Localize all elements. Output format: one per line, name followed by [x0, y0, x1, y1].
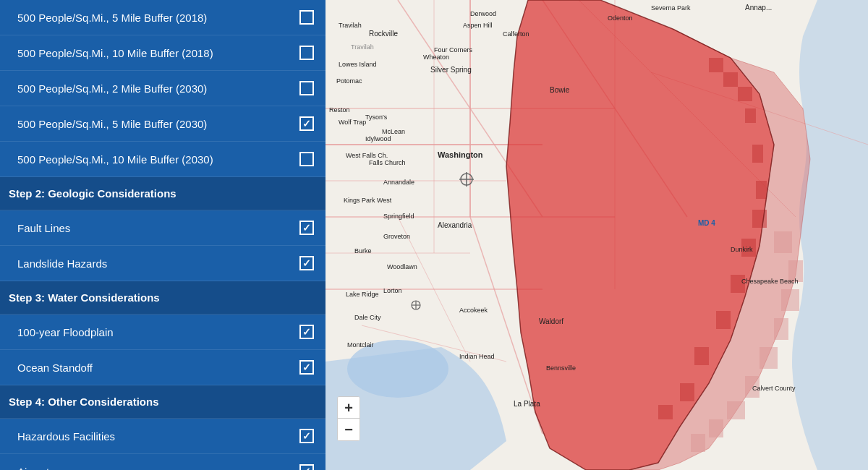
svg-text:Lorton: Lorton: [383, 287, 402, 294]
layer-label: 500 People/Sq.Mi., 5 Mile Buffer (2018): [17, 12, 299, 24]
svg-text:Bowie: Bowie: [550, 86, 570, 94]
layer-item[interactable]: Hazardous Facilities: [0, 419, 326, 454]
svg-text:Wheaton: Wheaton: [423, 54, 449, 61]
svg-text:Washington: Washington: [438, 150, 483, 159]
layer-item[interactable]: Fault Lines: [0, 210, 326, 246]
svg-text:La Plata: La Plata: [514, 400, 540, 408]
svg-rect-22: [752, 145, 763, 163]
svg-text:Woodlawn: Woodlawn: [387, 263, 417, 270]
svg-text:Indian Head: Indian Head: [459, 353, 495, 360]
svg-text:Wolf Trap: Wolf Trap: [339, 119, 366, 126]
svg-text:West Falls Ch.: West Falls Ch.: [346, 152, 388, 159]
svg-text:Calferton: Calferton: [503, 30, 529, 38]
layer-label: Hazardous Facilities: [17, 430, 299, 443]
svg-text:Odenton: Odenton: [608, 14, 633, 22]
layer-checkbox[interactable]: [299, 221, 314, 235]
layer-label: Step 4: Other Considerations: [9, 396, 314, 408]
svg-text:MD 4: MD 4: [698, 219, 715, 227]
zoom-controls: + −: [337, 396, 360, 441]
layer-item[interactable]: Landslide Hazards: [0, 246, 326, 281]
layer-label: Landslide Hazards: [17, 257, 299, 270]
section-header: Step 2: Geologic Considerations: [0, 177, 326, 210]
svg-rect-27: [716, 311, 731, 329]
layer-checkbox[interactable]: [299, 464, 314, 470]
svg-text:Alexandria: Alexandria: [438, 221, 472, 229]
svg-text:Falls Church: Falls Church: [369, 159, 406, 166]
layer-item[interactable]: 100-year Floodplain: [0, 315, 326, 350]
layer-checkbox[interactable]: [299, 46, 314, 60]
svg-rect-21: [745, 108, 756, 123]
layer-label: 500 People/Sq.Mi., 10 Mile Buffer (2030): [17, 153, 299, 166]
zoom-in-button[interactable]: +: [338, 397, 359, 419]
svg-rect-23: [756, 181, 767, 199]
svg-text:Waldorf: Waldorf: [539, 317, 563, 325]
svg-rect-38: [709, 419, 723, 437]
layer-checkbox[interactable]: [299, 429, 314, 443]
layer-checkbox[interactable]: [299, 325, 314, 339]
layer-label: Step 3: Water Considerations: [9, 291, 314, 304]
svg-text:McLean: McLean: [382, 128, 405, 135]
layer-checkbox[interactable]: [299, 152, 314, 166]
zoom-out-button[interactable]: −: [338, 419, 359, 440]
svg-rect-39: [691, 434, 705, 452]
svg-text:Springfield: Springfield: [383, 213, 414, 220]
map-area: Washington Silver Spring Alexandria Rock…: [326, 0, 868, 470]
layer-label: 500 People/Sq.Mi., 10 Mile Buffer (2018): [17, 47, 299, 59]
layer-checkbox[interactable]: [299, 116, 314, 131]
svg-text:Derwood: Derwood: [470, 10, 496, 17]
section-header: Step 3: Water Considerations: [0, 281, 326, 315]
svg-rect-28: [694, 347, 709, 365]
svg-rect-29: [680, 383, 694, 401]
svg-rect-37: [727, 401, 745, 419]
layer-item[interactable]: 500 People/Sq.Mi., 5 Mile Buffer (2018): [0, 0, 326, 35]
layer-item[interactable]: Airports: [0, 454, 326, 470]
svg-rect-20: [738, 87, 752, 101]
svg-text:Dale City: Dale City: [354, 314, 381, 321]
layer-checkbox[interactable]: [299, 81, 314, 95]
svg-text:Bennsville: Bennsville: [546, 364, 576, 372]
svg-rect-18: [709, 58, 723, 72]
layer-label: Step 2: Geologic Considerations: [9, 187, 314, 200]
svg-text:Montclair: Montclair: [347, 341, 374, 349]
layer-checkbox[interactable]: [299, 360, 314, 375]
svg-text:Silver Spring: Silver Spring: [430, 66, 472, 74]
layer-label: 100-year Floodplain: [17, 326, 299, 338]
layer-item[interactable]: 500 People/Sq.Mi., 2 Mile Buffer (2030): [0, 71, 326, 106]
svg-text:Burke: Burke: [354, 247, 372, 255]
layer-item[interactable]: 500 People/Sq.Mi., 10 Mile Buffer (2018): [0, 35, 326, 71]
svg-text:Lowes Island: Lowes Island: [339, 61, 377, 68]
svg-text:Kings Park West: Kings Park West: [344, 197, 392, 204]
svg-text:Travilah: Travilah: [351, 43, 374, 51]
layer-label: 500 People/Sq.Mi., 5 Mile Buffer (2030): [17, 118, 299, 130]
layer-label: 500 People/Sq.Mi., 2 Mile Buffer (2030): [17, 82, 299, 95]
svg-text:Tyson's: Tyson's: [365, 114, 388, 121]
svg-text:Annap...: Annap...: [745, 4, 772, 12]
layer-item[interactable]: 500 People/Sq.Mi., 10 Mile Buffer (2030): [0, 142, 326, 177]
svg-rect-34: [774, 318, 788, 340]
svg-text:Annandale: Annandale: [383, 179, 414, 186]
svg-text:Calvert County: Calvert County: [752, 385, 796, 392]
svg-text:Lake Ridge: Lake Ridge: [346, 291, 379, 298]
layer-checkbox[interactable]: [299, 10, 314, 25]
svg-text:Rockville: Rockville: [369, 30, 398, 38]
svg-text:Reston: Reston: [329, 106, 350, 114]
svg-text:Travilah: Travilah: [339, 22, 362, 29]
svg-rect-35: [760, 347, 778, 369]
svg-rect-19: [723, 72, 738, 87]
sidebar: 500 People/Sq.Mi., 5 Mile Buffer (2018)5…: [0, 0, 326, 470]
svg-text:Severna Park: Severna Park: [651, 4, 691, 12]
svg-text:Potomac: Potomac: [336, 77, 362, 85]
svg-text:Accokeek: Accokeek: [459, 307, 488, 314]
svg-text:Aspen Hill: Aspen Hill: [463, 22, 493, 29]
svg-rect-30: [658, 405, 673, 419]
layer-label: Fault Lines: [17, 222, 299, 234]
layer-checkbox[interactable]: [299, 256, 314, 270]
layer-label: Ocean Standoff: [17, 362, 299, 374]
svg-text:Dunkirk: Dunkirk: [731, 246, 753, 253]
layer-item[interactable]: Ocean Standoff: [0, 350, 326, 385]
svg-text:Groveton: Groveton: [383, 233, 410, 240]
section-header: Step 4: Other Considerations: [0, 385, 326, 419]
layer-label: Airports: [17, 466, 299, 471]
svg-rect-33: [781, 289, 799, 311]
layer-item[interactable]: 500 People/Sq.Mi., 5 Mile Buffer (2030): [0, 106, 326, 142]
